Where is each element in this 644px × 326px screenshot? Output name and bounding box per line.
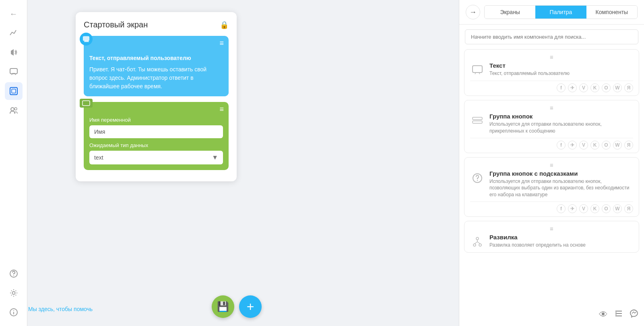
drag-handle-hint-button-group: ≡: [470, 162, 633, 168]
broadcast-icon: [9, 48, 18, 57]
component-hint-button-group-title: Группа кнопок с подсказками: [489, 170, 633, 177]
platform-viber-3: V: [579, 204, 588, 213]
component-text-desc: Текст, отправляемый пользователю: [489, 70, 633, 77]
tab-palette-label: Палитра: [550, 9, 572, 15]
var-type-select[interactable]: text ▼: [89, 151, 223, 164]
sidebar-item-analytics[interactable]: [5, 24, 23, 42]
sidebar-item-back[interactable]: ←: [5, 5, 23, 23]
svg-point-21: [479, 244, 481, 246]
add-button[interactable]: +: [239, 295, 262, 318]
text-block-content: Привет. Я чат-бот. Ты можешь оставить св…: [84, 62, 229, 96]
messenger-icon[interactable]: [630, 309, 638, 320]
screen-card: Стартовый экран 🔒 ≡ Текст, отправляемый …: [76, 12, 237, 181]
right-panel-header: → Экраны Палитра Компоненты: [459, 0, 644, 25]
text-block-icon: [80, 33, 93, 46]
platform-telegram: ✈: [568, 83, 577, 92]
chat-icon: [9, 67, 18, 76]
platform-vk-2: K: [590, 141, 599, 150]
dropdown-arrow-icon: ▼: [212, 154, 218, 161]
canvas-area: Стартовый экран 🔒 ≡ Текст, отправляемый …: [27, 0, 459, 326]
text-block-menu[interactable]: ≡: [219, 39, 224, 48]
svg-point-18: [477, 180, 478, 181]
svg-point-8: [12, 292, 15, 295]
analytics-icon: [9, 29, 18, 37]
platform-whatsapp-2: W: [613, 141, 622, 150]
screen-card-header: Стартовый экран 🔒: [84, 20, 229, 29]
var-name-label: Имя переменной: [89, 117, 223, 123]
component-card-text[interactable]: ≡ Текст Текст, отправляемый пользователю…: [464, 49, 639, 96]
svg-rect-2: [10, 87, 17, 95]
component-branch-desc: Развилка позволяет определить на основе: [489, 242, 633, 249]
svg-rect-14: [473, 66, 482, 73]
component-list: ≡ Текст Текст, отправляемый пользователю…: [459, 49, 644, 326]
platform-telegram-3: ✈: [568, 204, 577, 213]
floating-actions: 💾 +: [212, 295, 262, 318]
platform-ok-3: O: [602, 204, 611, 213]
platform-viber: V: [579, 83, 588, 92]
component-card-row-hint-button-group: Группа кнопок с подсказками Используется…: [470, 170, 633, 198]
svg-rect-15: [473, 117, 482, 120]
svg-line-24: [477, 242, 480, 244]
tab-components[interactable]: Компоненты: [586, 6, 637, 19]
forward-arrow-button[interactable]: →: [466, 5, 480, 19]
component-hint-button-group-icon: [470, 171, 485, 185]
var-name-input[interactable]: Имя: [89, 125, 223, 138]
component-branch-title: Развилка: [489, 234, 633, 241]
platform-whatsapp: W: [613, 83, 622, 92]
sidebar: ←: [0, 0, 27, 326]
svg-point-19: [476, 237, 479, 240]
svg-point-20: [473, 244, 476, 246]
sidebar-item-screens[interactable]: [5, 82, 23, 100]
sidebar-item-info[interactable]: [5, 303, 23, 321]
add-icon: +: [247, 299, 254, 314]
sidebar-item-chat[interactable]: [5, 63, 23, 81]
save-icon: 💾: [217, 301, 229, 312]
var-type-label: Ожидаемый тип данных: [89, 142, 223, 148]
preview-icon[interactable]: 👁: [599, 309, 608, 320]
component-card-button-group[interactable]: ≡ Группа кнопок Используется для отправк…: [464, 100, 639, 153]
lock-icon: 🔒: [220, 21, 229, 29]
save-button[interactable]: 💾: [212, 295, 234, 318]
component-hint-button-group-desc: Используется для отправки пользователю к…: [489, 178, 633, 198]
platform-facebook-2: f: [557, 141, 566, 150]
component-button-group-platforms: f ✈ V K O W Я: [470, 138, 633, 150]
tab-palette[interactable]: Палитра: [535, 6, 586, 19]
component-button-group-title: Группа кнопок: [489, 113, 633, 120]
sidebar-item-settings[interactable]: [5, 284, 23, 302]
component-text-info: Текст Текст, отправляемый пользователю: [489, 62, 633, 77]
sidebar-item-broadcast[interactable]: [5, 44, 23, 61]
component-search-input[interactable]: [465, 29, 638, 44]
component-card-row-branch: Развилка Развилка позволяет определить н…: [470, 234, 633, 249]
sidebar-item-users[interactable]: [5, 102, 23, 119]
users-icon: [9, 106, 18, 115]
drag-handle-text: ≡: [470, 54, 633, 60]
platform-yandex-2: Я: [624, 141, 633, 150]
component-text-platforms: f ✈ V K O W Я: [470, 81, 633, 92]
tab-bar: Экраны Палитра Компоненты: [484, 5, 638, 19]
variable-block[interactable]: ≡ Имя переменной Имя Ожидаемый тип данны…: [84, 102, 229, 170]
svg-rect-3: [12, 89, 16, 93]
tab-screens[interactable]: Экраны: [485, 6, 535, 19]
component-card-row-text: Текст Текст, отправляемый пользователю: [470, 62, 633, 77]
drag-handle-branch: ≡: [470, 225, 633, 232]
component-hint-button-group-info: Группа кнопок с подсказками Используется…: [489, 170, 633, 198]
variable-block-menu[interactable]: ≡: [84, 102, 229, 115]
svg-point-5: [14, 108, 17, 110]
svg-rect-13: [83, 101, 90, 106]
platform-whatsapp-3: W: [613, 204, 622, 213]
component-text-title: Текст: [489, 62, 633, 69]
sidebar-item-help[interactable]: [5, 265, 23, 282]
component-card-hint-button-group[interactable]: ≡ Группа кнопок с подсказками Использует…: [464, 157, 639, 217]
component-card-branch[interactable]: ≡ Развилка Развилка позволяет определить…: [464, 221, 639, 253]
help-chat-label: Мы здесь, чтобы помочь: [28, 306, 93, 312]
help-icon: [9, 269, 18, 278]
help-chat-widget[interactable]: 💬 Мы здесь, чтобы помочь: [27, 300, 93, 318]
svg-point-11: [13, 310, 14, 311]
list-view-icon[interactable]: [614, 309, 623, 320]
text-message-block[interactable]: ≡ Текст, отправляемый пользователю Приве…: [84, 36, 229, 96]
svg-line-23: [475, 242, 477, 244]
component-text-icon: [470, 63, 485, 77]
screen-card-title: Стартовый экран: [84, 20, 148, 29]
svg-marker-0: [11, 49, 14, 56]
bottom-toolbar: 👁: [599, 309, 638, 320]
